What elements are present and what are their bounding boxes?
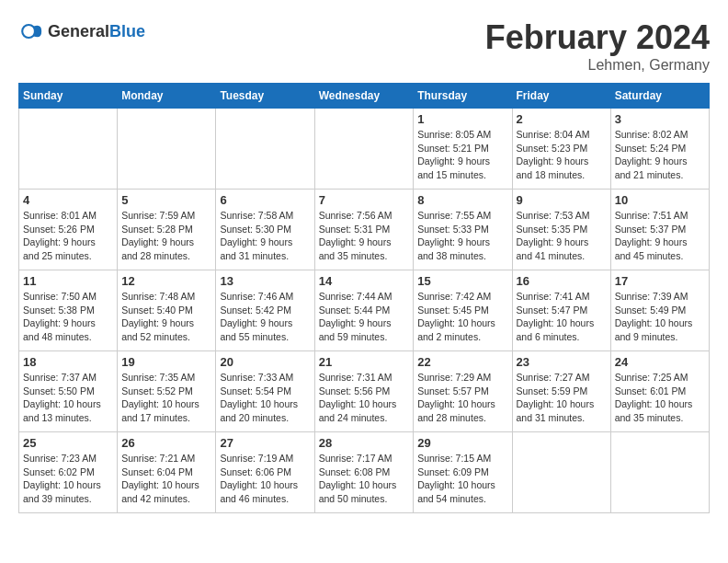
calendar-cell: 8Sunrise: 7:55 AM Sunset: 5:33 PM Daylig… [414, 190, 512, 270]
calendar-cell: 3Sunrise: 8:02 AM Sunset: 5:24 PM Daylig… [610, 109, 709, 190]
day-info: Sunrise: 7:55 AM Sunset: 5:33 PM Dayligh… [417, 209, 507, 263]
day-number: 17 [615, 274, 705, 288]
day-number: 19 [121, 355, 211, 369]
day-info: Sunrise: 8:04 AM Sunset: 5:23 PM Dayligh… [517, 128, 607, 182]
day-number: 24 [615, 355, 705, 369]
calendar-cell: 14Sunrise: 7:44 AM Sunset: 5:44 PM Dayli… [314, 270, 414, 351]
day-number: 16 [517, 274, 607, 288]
calendar-cell: 24Sunrise: 7:25 AM Sunset: 6:01 PM Dayli… [610, 351, 709, 432]
calendar-cell: 11Sunrise: 7:50 AM Sunset: 5:38 PM Dayli… [19, 270, 118, 351]
day-info: Sunrise: 7:44 AM Sunset: 5:44 PM Dayligh… [319, 290, 410, 344]
calendar-cell: 9Sunrise: 7:53 AM Sunset: 5:35 PM Daylig… [512, 190, 610, 270]
day-info: Sunrise: 8:01 AM Sunset: 5:26 PM Dayligh… [23, 209, 113, 263]
day-number: 15 [417, 274, 507, 288]
calendar-header-row: SundayMondayTuesdayWednesdayThursdayFrid… [19, 84, 710, 109]
day-number: 21 [319, 355, 410, 369]
day-number: 27 [220, 436, 310, 450]
calendar-cell: 23Sunrise: 7:27 AM Sunset: 5:59 PM Dayli… [512, 351, 610, 432]
day-number: 23 [517, 355, 607, 369]
calendar-cell: 21Sunrise: 7:31 AM Sunset: 5:56 PM Dayli… [314, 351, 414, 432]
day-number: 8 [417, 193, 507, 207]
calendar-week-row: 11Sunrise: 7:50 AM Sunset: 5:38 PM Dayli… [19, 270, 710, 351]
calendar-cell: 25Sunrise: 7:23 AM Sunset: 6:02 PM Dayli… [19, 432, 118, 513]
calendar-cell [512, 432, 610, 513]
calendar-cell: 18Sunrise: 7:37 AM Sunset: 5:50 PM Dayli… [19, 351, 118, 432]
weekday-header-friday: Friday [512, 84, 610, 109]
day-info: Sunrise: 7:42 AM Sunset: 5:45 PM Dayligh… [417, 290, 507, 344]
calendar-cell: 28Sunrise: 7:17 AM Sunset: 6:08 PM Dayli… [314, 432, 414, 513]
day-info: Sunrise: 7:21 AM Sunset: 6:04 PM Dayligh… [121, 452, 211, 506]
calendar-cell [19, 109, 118, 190]
title-section: February 2024 Lehmen, Germany [485, 18, 710, 74]
day-info: Sunrise: 7:35 AM Sunset: 5:52 PM Dayligh… [121, 371, 211, 425]
weekday-header-thursday: Thursday [414, 84, 512, 109]
calendar-cell: 5Sunrise: 7:59 AM Sunset: 5:28 PM Daylig… [118, 190, 216, 270]
month-year-title: February 2024 [485, 18, 710, 57]
calendar-week-row: 25Sunrise: 7:23 AM Sunset: 6:02 PM Dayli… [19, 432, 710, 513]
day-number: 18 [23, 355, 113, 369]
calendar-cell: 2Sunrise: 8:04 AM Sunset: 5:23 PM Daylig… [512, 109, 610, 190]
weekday-header-wednesday: Wednesday [314, 84, 414, 109]
day-info: Sunrise: 7:56 AM Sunset: 5:31 PM Dayligh… [319, 209, 410, 263]
calendar-cell: 10Sunrise: 7:51 AM Sunset: 5:37 PM Dayli… [610, 190, 709, 270]
day-info: Sunrise: 7:50 AM Sunset: 5:38 PM Dayligh… [23, 290, 113, 344]
logo-general-text: General [48, 22, 109, 40]
calendar-cell: 19Sunrise: 7:35 AM Sunset: 5:52 PM Dayli… [118, 351, 216, 432]
svg-point-0 [22, 25, 35, 38]
day-number: 29 [417, 436, 507, 450]
page-header: GeneralBlue February 2024 Lehmen, German… [18, 18, 710, 74]
day-number: 2 [517, 112, 607, 126]
day-number: 20 [220, 355, 310, 369]
calendar-cell: 4Sunrise: 8:01 AM Sunset: 5:26 PM Daylig… [19, 190, 118, 270]
logo-blue-text: Blue [109, 22, 145, 40]
location-subtitle: Lehmen, Germany [485, 57, 710, 74]
day-info: Sunrise: 7:31 AM Sunset: 5:56 PM Dayligh… [319, 371, 410, 425]
calendar-cell [610, 432, 709, 513]
calendar-cell [314, 109, 414, 190]
day-info: Sunrise: 7:27 AM Sunset: 5:59 PM Dayligh… [517, 371, 607, 425]
day-number: 25 [23, 436, 113, 450]
calendar-cell: 6Sunrise: 7:58 AM Sunset: 5:30 PM Daylig… [216, 190, 314, 270]
day-number: 11 [23, 274, 113, 288]
calendar-cell: 29Sunrise: 7:15 AM Sunset: 6:09 PM Dayli… [414, 432, 512, 513]
calendar-cell: 7Sunrise: 7:56 AM Sunset: 5:31 PM Daylig… [314, 190, 414, 270]
calendar-cell: 17Sunrise: 7:39 AM Sunset: 5:49 PM Dayli… [610, 270, 709, 351]
calendar-table: SundayMondayTuesdayWednesdayThursdayFrid… [18, 83, 710, 513]
calendar-cell: 12Sunrise: 7:48 AM Sunset: 5:40 PM Dayli… [118, 270, 216, 351]
day-info: Sunrise: 7:37 AM Sunset: 5:50 PM Dayligh… [23, 371, 113, 425]
weekday-header-tuesday: Tuesday [216, 84, 314, 109]
day-info: Sunrise: 7:51 AM Sunset: 5:37 PM Dayligh… [615, 209, 705, 263]
day-info: Sunrise: 7:33 AM Sunset: 5:54 PM Dayligh… [220, 371, 310, 425]
day-number: 5 [121, 193, 211, 207]
day-number: 9 [517, 193, 607, 207]
day-number: 4 [23, 193, 113, 207]
day-info: Sunrise: 7:23 AM Sunset: 6:02 PM Dayligh… [23, 452, 113, 506]
day-info: Sunrise: 7:59 AM Sunset: 5:28 PM Dayligh… [121, 209, 211, 263]
day-number: 7 [319, 193, 410, 207]
weekday-header-monday: Monday [118, 84, 216, 109]
calendar-cell: 16Sunrise: 7:41 AM Sunset: 5:47 PM Dayli… [512, 270, 610, 351]
day-number: 14 [319, 274, 410, 288]
day-number: 26 [121, 436, 211, 450]
day-number: 13 [220, 274, 310, 288]
calendar-cell [216, 109, 314, 190]
day-info: Sunrise: 7:41 AM Sunset: 5:47 PM Dayligh… [517, 290, 607, 344]
calendar-week-row: 18Sunrise: 7:37 AM Sunset: 5:50 PM Dayli… [19, 351, 710, 432]
calendar-cell: 20Sunrise: 7:33 AM Sunset: 5:54 PM Dayli… [216, 351, 314, 432]
day-info: Sunrise: 7:48 AM Sunset: 5:40 PM Dayligh… [121, 290, 211, 344]
calendar-week-row: 4Sunrise: 8:01 AM Sunset: 5:26 PM Daylig… [19, 190, 710, 270]
day-number: 10 [615, 193, 705, 207]
day-info: Sunrise: 8:02 AM Sunset: 5:24 PM Dayligh… [615, 128, 705, 182]
calendar-cell: 27Sunrise: 7:19 AM Sunset: 6:06 PM Dayli… [216, 432, 314, 513]
logo: GeneralBlue [18, 18, 145, 44]
calendar-week-row: 1Sunrise: 8:05 AM Sunset: 5:21 PM Daylig… [19, 109, 710, 190]
calendar-cell: 1Sunrise: 8:05 AM Sunset: 5:21 PM Daylig… [414, 109, 512, 190]
day-info: Sunrise: 7:58 AM Sunset: 5:30 PM Dayligh… [220, 209, 310, 263]
calendar-cell [118, 109, 216, 190]
day-info: Sunrise: 7:29 AM Sunset: 5:57 PM Dayligh… [417, 371, 507, 425]
day-info: Sunrise: 7:46 AM Sunset: 5:42 PM Dayligh… [220, 290, 310, 344]
calendar-cell: 13Sunrise: 7:46 AM Sunset: 5:42 PM Dayli… [216, 270, 314, 351]
day-number: 12 [121, 274, 211, 288]
day-number: 28 [319, 436, 410, 450]
day-number: 1 [417, 112, 507, 126]
